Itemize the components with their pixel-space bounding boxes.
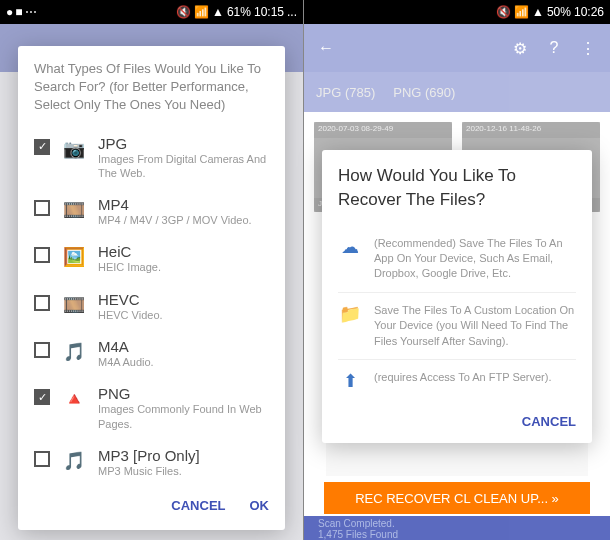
signal-icon: ▲ — [212, 5, 224, 19]
tab-png[interactable]: PNG (690) — [393, 85, 455, 100]
image-icon: 🖼️ — [60, 245, 88, 269]
recover-dialog: How Would You Like To Recover The Files?… — [322, 150, 592, 443]
battery-text: 50% — [547, 5, 571, 19]
screenshot-left: ● ■ ⋯ 🔇 📶 ▲ 61% 10:15 ... What Types Of … — [0, 0, 304, 540]
file-row-m4a[interactable]: 🎵 M4A M4A Audio. — [34, 330, 269, 377]
checkbox-m4a[interactable] — [34, 342, 50, 358]
file-row-mp3[interactable]: 🎵 MP3 [Pro Only] MP3 Music Files. — [34, 439, 269, 486]
recover-cleanup-button[interactable]: REC RECOVER CL CLEAN UP... » — [324, 482, 590, 514]
dialog-title: What Types Of Files Would You Like To Se… — [34, 60, 269, 115]
wifi-icon: 📶 — [514, 5, 529, 19]
menu-icon[interactable]: ⋮ — [576, 36, 600, 60]
gear-icon[interactable]: ⚙ — [508, 36, 532, 60]
mute-icon: 🔇 — [496, 5, 511, 19]
clock: 10:26 — [574, 5, 604, 19]
checkbox-png[interactable] — [34, 389, 50, 405]
file-row-mp4[interactable]: 🎞️ MP4 MP4 / M4V / 3GP / MOV Video. — [34, 188, 269, 235]
recover-option-custom[interactable]: 📁 Save The Files To A Custom Location On… — [338, 293, 576, 360]
rec-icon: ● — [6, 5, 13, 19]
file-types-dialog: What Types Of Files Would You Like To Se… — [18, 46, 285, 530]
file-row-heic[interactable]: 🖼️ HeiC HEIC Image. — [34, 235, 269, 282]
checkbox-mp4[interactable] — [34, 200, 50, 216]
file-row-png[interactable]: 🔺 PNG Images Commonly Found In Web Pages… — [34, 377, 269, 439]
checkbox-heic[interactable] — [34, 247, 50, 263]
dialog-title: How Would You Like To Recover The Files? — [338, 164, 576, 212]
cancel-button[interactable]: CANCEL — [522, 414, 576, 429]
checkbox-mp3[interactable] — [34, 451, 50, 467]
recover-option-app[interactable]: ☁ (Recommended) Save The Files To An App… — [338, 226, 576, 293]
tabs: JPG (785) PNG (690) — [304, 72, 610, 112]
scan-status: Scan Completed. 1,475 Files Found — [304, 516, 610, 540]
tab-jpg[interactable]: JPG (785) — [316, 85, 375, 100]
film-icon: 🎞️ — [60, 198, 88, 222]
folder-icon: 📁 — [338, 303, 362, 349]
file-row-jpg[interactable]: 📷 JPG Images From Digital Cameras And Th… — [34, 127, 269, 189]
more-dots: ... — [287, 5, 297, 19]
back-icon[interactable]: ← — [314, 36, 338, 60]
checkbox-hevc[interactable] — [34, 295, 50, 311]
screenshot-right: 🔇 📶 ▲ 50% 10:26 ← ⚙ ? ⋮ JPG (785) PNG (6… — [304, 0, 610, 540]
clock: 10:15 — [254, 5, 284, 19]
music-icon: 🎵 — [60, 340, 88, 364]
dots-icon: ⋯ — [25, 5, 37, 19]
camera-icon: 📷 — [60, 137, 88, 161]
app-bar: ← ⚙ ? ⋮ — [304, 24, 610, 72]
mute-icon: 🔇 — [176, 5, 191, 19]
checkbox-jpg[interactable] — [34, 139, 50, 155]
video-icon: ■ — [15, 5, 22, 19]
signal-icon: ▲ — [532, 5, 544, 19]
wifi-icon: 📶 — [194, 5, 209, 19]
help-icon[interactable]: ? — [542, 36, 566, 60]
battery-text: 61% — [227, 5, 251, 19]
ok-button[interactable]: OK — [250, 498, 270, 513]
status-bar: 🔇 📶 ▲ 50% 10:26 — [304, 0, 610, 24]
film-icon: 🎞️ — [60, 293, 88, 317]
cloud-icon: ☁ — [338, 236, 362, 282]
music-icon: 🎵 — [60, 449, 88, 473]
cancel-button[interactable]: CANCEL — [171, 498, 225, 513]
file-row-hevc[interactable]: 🎞️ HEVC HEVC Video. — [34, 283, 269, 330]
upload-icon: ⬆ — [338, 370, 362, 392]
status-bar: ● ■ ⋯ 🔇 📶 ▲ 61% 10:15 ... — [0, 0, 303, 24]
cone-icon: 🔺 — [60, 387, 88, 411]
recover-option-ftp[interactable]: ⬆ (requires Access To An FTP Server). — [338, 360, 576, 402]
